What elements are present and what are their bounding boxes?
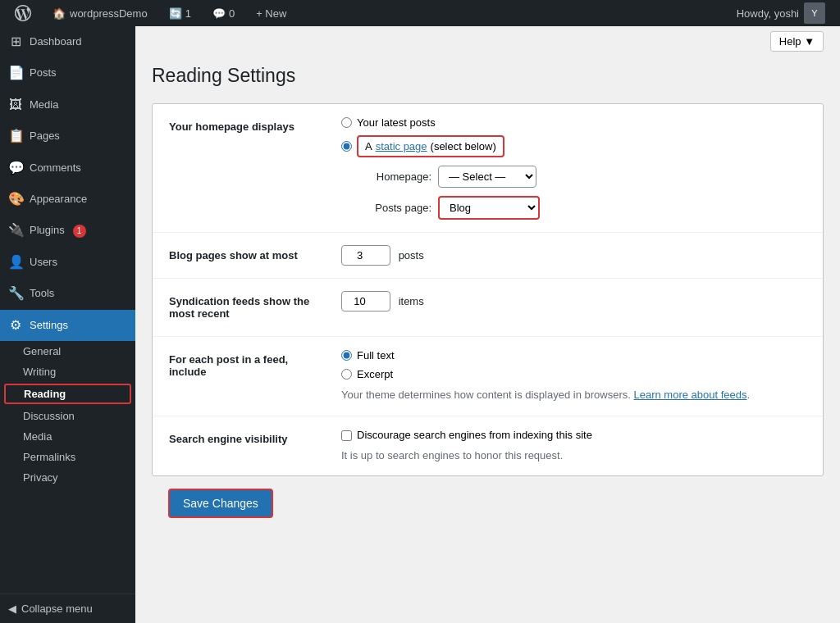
user-avatar: Y: [804, 2, 825, 24]
syndication-feeds-input[interactable]: [341, 291, 390, 312]
form-table: Your homepage displays Your latest posts: [153, 104, 823, 475]
sidebar-item-label: Plugins: [30, 223, 65, 238]
excerpt-option: Excerpt: [341, 368, 806, 380]
media-icon: 🖼: [8, 96, 23, 114]
settings-form: Your homepage displays Your latest posts: [152, 103, 824, 476]
feed-include-field: Full text Excerpt Your theme determines …: [333, 337, 823, 416]
sidebar-item-dashboard[interactable]: ⊞ Dashboard: [0, 26, 135, 57]
updates-item[interactable]: 🔄 1: [162, 0, 198, 26]
full-text-label: Full text: [357, 349, 395, 362]
static-page-suffix: (select below): [431, 140, 496, 152]
search-engine-help-text: It is up to search engines to honor this…: [341, 448, 806, 464]
submenu-privacy[interactable]: Privacy: [0, 467, 135, 488]
latest-posts-radio[interactable]: [341, 117, 352, 128]
site-name: wordpressDemo: [70, 7, 148, 20]
sidebar-item-users[interactable]: 👤 Users: [0, 247, 135, 278]
submenu-media[interactable]: Media: [0, 426, 135, 447]
sidebar-item-appearance[interactable]: 🎨 Appearance: [0, 184, 135, 215]
search-engine-row: Search engine visibility Discourage sear…: [153, 416, 823, 475]
sidebar-item-label: Posts: [30, 66, 57, 80]
static-page-a-text: A: [365, 140, 372, 152]
full-text-radio[interactable]: [341, 350, 352, 361]
update-icon: 🔄: [169, 7, 182, 20]
sidebar-item-label: Pages: [30, 129, 60, 143]
submenu-reading[interactable]: Reading: [4, 384, 131, 404]
homepage-displays-field: Your latest posts A static page (select …: [333, 104, 823, 233]
howdy-section[interactable]: Howdy, yoshi Y: [730, 2, 832, 24]
new-item[interactable]: + New: [249, 0, 293, 26]
plugins-badge: 1: [73, 225, 86, 238]
search-engine-field: Discourage search engines from indexing …: [333, 416, 823, 475]
sidebar-item-settings[interactable]: ⚙ Settings: [0, 310, 135, 341]
admin-bar-site[interactable]: 🏠 wordpressDemo: [46, 7, 154, 20]
homepage-select-label: Homepage:: [358, 171, 431, 183]
howdy-text: Howdy, yoshi: [737, 7, 799, 20]
help-bar: Help ▼: [135, 26, 840, 57]
excerpt-label: Excerpt: [357, 368, 393, 380]
site-icon: 🏠: [52, 7, 66, 20]
sidebar-item-comments[interactable]: 💬 Comments: [0, 152, 135, 184]
submenu-discussion[interactable]: Discussion: [0, 406, 135, 426]
full-text-option: Full text: [341, 349, 806, 362]
syndication-feeds-field: items: [333, 279, 823, 337]
settings-icon: ⚙: [8, 316, 23, 334]
sidebar-item-media[interactable]: 🖼 Media: [0, 89, 135, 121]
blog-pages-input[interactable]: [341, 245, 390, 266]
comment-icon: 💬: [212, 7, 226, 20]
learn-more-feeds-link[interactable]: Learn more about feeds: [634, 389, 747, 401]
excerpt-radio[interactable]: [341, 369, 352, 380]
comments-item[interactable]: 💬 0: [206, 0, 241, 26]
latest-posts-option: Your latest posts: [341, 116, 806, 129]
settings-submenu: General Writing Reading Discussion Media…: [0, 341, 135, 488]
sidebar-item-label: Users: [30, 255, 57, 270]
save-area: Save Changes: [152, 476, 824, 530]
collapse-label: Collapse menu: [21, 603, 93, 615]
collapse-icon: ◀: [8, 603, 16, 615]
discourage-checkbox-row: Discourage search engines from indexing …: [341, 429, 806, 441]
comment-count: 0: [229, 7, 235, 20]
discourage-engines-checkbox[interactable]: [341, 430, 352, 441]
pages-icon: 📋: [8, 127, 23, 145]
homepage-displays-label: Your homepage displays: [153, 104, 333, 233]
submenu-general[interactable]: General: [0, 341, 135, 362]
search-engine-label: Search engine visibility: [153, 416, 333, 475]
page-content: Reading Settings Your homepage displays: [135, 57, 840, 623]
feed-include-row: For each post in a feed, include Full te…: [153, 337, 823, 416]
save-changes-button[interactable]: Save Changes: [168, 489, 273, 518]
sidebar: ⊞ Dashboard 📄 Posts 🖼 Media 📋 Pages 💬 Co…: [0, 26, 135, 623]
sidebar-item-label: Tools: [30, 286, 54, 301]
sidebar-item-plugins[interactable]: 🔌 Plugins 1: [0, 215, 135, 246]
collapse-menu-button[interactable]: ◀ Collapse menu: [0, 593, 135, 623]
submenu-writing[interactable]: Writing: [0, 362, 135, 382]
discourage-engines-label: Discourage search engines from indexing …: [357, 429, 592, 441]
blog-pages-label: Blog pages show at most: [153, 233, 333, 279]
wp-logo[interactable]: [8, 0, 38, 26]
homepage-select[interactable]: — Select — Home About Contact: [438, 166, 536, 188]
posts-page-select-wrap: — Select — Blog News Articles: [438, 196, 540, 220]
posts-icon: 📄: [8, 64, 23, 82]
feed-include-label: For each post in a feed, include: [153, 337, 333, 416]
page-title: Reading Settings: [152, 65, 824, 87]
dashboard-icon: ⊞: [8, 33, 23, 51]
submenu-permalinks[interactable]: Permalinks: [0, 447, 135, 467]
tools-icon: 🔧: [8, 284, 23, 302]
syndication-feeds-row: Syndication feeds show the most recent i…: [153, 279, 823, 337]
posts-page-select[interactable]: — Select — Blog News Articles: [440, 198, 538, 218]
static-page-option: A static page (select below): [341, 135, 806, 157]
sidebar-item-pages[interactable]: 📋 Pages: [0, 121, 135, 152]
feed-description: Your theme determines how content is dis…: [341, 387, 806, 403]
admin-bar-right: Howdy, yoshi Y: [730, 2, 832, 24]
static-page-link[interactable]: static page: [376, 140, 427, 152]
main-layout: ⊞ Dashboard 📄 Posts 🖼 Media 📋 Pages 💬 Co…: [0, 26, 840, 623]
content-area: Help ▼ Reading Settings Your homepage di…: [135, 26, 840, 623]
static-page-radio[interactable]: [341, 141, 352, 152]
blog-pages-field: posts: [333, 233, 823, 279]
posts-page-select-row: Posts page: — Select — Blog News Article…: [358, 196, 806, 220]
help-button[interactable]: Help ▼: [770, 31, 824, 52]
sidebar-item-label: Appearance: [30, 192, 87, 207]
admin-bar: 🏠 wordpressDemo 🔄 1 💬 0 + New Howdy, yos…: [0, 0, 840, 26]
plugins-icon: 🔌: [8, 221, 23, 239]
blog-pages-suffix: posts: [399, 249, 424, 261]
sidebar-item-posts[interactable]: 📄 Posts: [0, 57, 135, 89]
sidebar-item-tools[interactable]: 🔧 Tools: [0, 278, 135, 309]
